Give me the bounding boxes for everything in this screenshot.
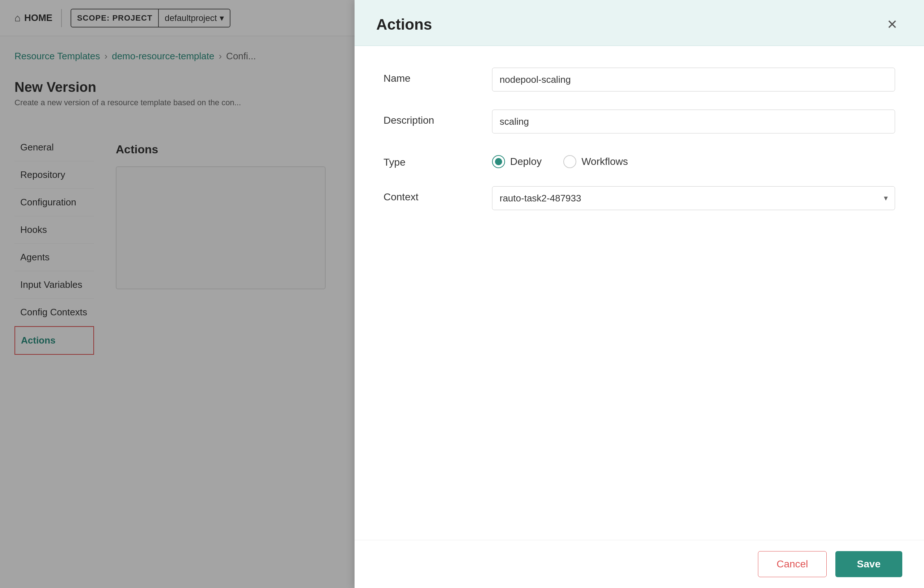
context-label: Context (383, 186, 492, 203)
radio-workflows[interactable]: Workflows (563, 155, 628, 168)
close-button[interactable]: ✕ (882, 15, 902, 35)
radio-deploy[interactable]: Deploy (492, 155, 541, 168)
type-label: Type (383, 152, 492, 168)
radio-workflows-circle (563, 155, 576, 168)
close-icon: ✕ (887, 17, 898, 32)
radio-deploy-label: Deploy (510, 156, 541, 168)
context-select[interactable]: rauto-task2-487933 (492, 186, 895, 210)
radio-workflows-label: Workflows (581, 156, 628, 168)
description-control (492, 110, 895, 133)
context-field-row: Context rauto-task2-487933 ▾ (383, 186, 895, 210)
description-field-row: Description (383, 110, 895, 133)
modal-title: Actions (376, 16, 432, 33)
modal-body: Name Description Type Deploy (355, 46, 924, 540)
type-control: Deploy Workflows (492, 152, 895, 168)
cancel-button[interactable]: Cancel (758, 551, 826, 577)
name-field-row: Name (383, 68, 895, 92)
name-control (492, 68, 895, 92)
context-control: rauto-task2-487933 ▾ (492, 186, 895, 210)
radio-deploy-dot (495, 158, 502, 165)
modal-header: Actions ✕ (355, 0, 924, 46)
radio-deploy-circle (492, 155, 505, 168)
name-label: Name (383, 68, 492, 84)
modal-panel: Actions ✕ Name Description Type (355, 0, 924, 588)
save-button[interactable]: Save (835, 551, 902, 577)
radio-group: Deploy Workflows (492, 152, 895, 168)
type-field-row: Type Deploy Workflows (383, 152, 895, 168)
context-select-wrapper: rauto-task2-487933 ▾ (492, 186, 895, 210)
name-input[interactable] (492, 68, 895, 92)
description-label: Description (383, 110, 492, 126)
description-input[interactable] (492, 110, 895, 133)
modal-footer: Cancel Save (355, 540, 924, 588)
